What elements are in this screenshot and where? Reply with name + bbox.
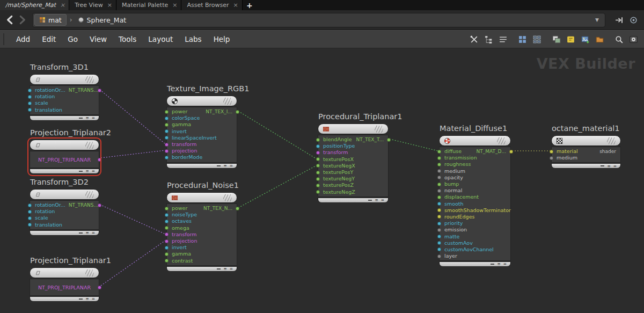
input-port[interactable] [437,189,441,193]
input-port[interactable] [165,259,169,263]
breadcrumb-root[interactable]: mat [34,14,67,26]
new-tab-button[interactable]: + [243,0,257,10]
node-header[interactable] [30,189,99,200]
input-port[interactable] [165,149,169,153]
input-port[interactable] [437,202,441,206]
input-port[interactable] [316,164,320,168]
input-port[interactable] [316,171,320,174]
menu-layout[interactable]: Layout [142,31,179,48]
menu-go[interactable]: Go [62,31,84,48]
node-wire[interactable] [238,165,317,208]
input-port[interactable] [165,246,169,250]
tools-icon[interactable] [469,34,479,45]
breadcrumb-node[interactable]: Sphere_Mat [76,16,129,24]
image-add-icon[interactable] [580,34,590,45]
menu-view[interactable]: View [84,31,113,48]
input-port[interactable] [165,213,169,217]
menu-tools[interactable]: Tools [113,31,142,48]
input-port[interactable] [28,223,32,227]
input-port[interactable] [165,156,169,159]
input-port[interactable] [437,241,441,245]
output-port[interactable] [98,203,101,207]
node-wire[interactable] [390,139,438,151]
node-procedural-triplanar1[interactable]: Procedural_Triplanar1blendAngleNT_TEX_T.… [318,123,389,203]
output-port[interactable] [236,110,239,114]
node-header[interactable] [30,140,99,150]
input-port[interactable] [165,117,169,120]
output-port[interactable] [509,150,513,154]
output-port[interactable] [98,158,101,162]
input-port[interactable] [28,95,32,99]
input-port[interactable] [165,226,169,230]
node-header[interactable] [166,96,237,106]
input-port[interactable] [437,222,441,225]
tree-view-icon[interactable] [483,34,494,45]
node-wire[interactable] [100,205,165,234]
output-port[interactable] [98,286,101,289]
input-port[interactable] [437,150,441,154]
follow-selection-icon[interactable] [627,14,640,26]
input-port[interactable] [165,220,169,223]
layout-windows-icon[interactable] [551,34,561,45]
input-port[interactable] [316,184,320,187]
path-field[interactable]: mat › Sphere_Mat ▼ [32,13,605,27]
menu-add[interactable]: Add [10,31,36,48]
pin-path-icon[interactable] [613,14,625,26]
toolbar-grip[interactable] [3,33,6,45]
input-port[interactable] [437,176,441,179]
grid-icon[interactable] [517,34,528,45]
output-port[interactable] [387,138,391,142]
input-port[interactable] [316,144,320,148]
input-port[interactable] [28,203,32,207]
input-port[interactable] [165,136,169,140]
node-header[interactable] [318,123,389,134]
input-port[interactable] [165,110,169,114]
search-icon[interactable] [613,34,624,45]
input-port[interactable] [316,190,320,194]
input-port[interactable] [437,163,441,166]
input-port[interactable] [437,195,441,199]
input-port[interactable] [165,123,169,127]
input-port[interactable] [165,232,169,236]
input-port[interactable] [28,89,32,92]
node-wire[interactable] [101,150,165,158]
node-octane-material1[interactable]: octane_material1materialshadermedium≡= [551,135,621,169]
node-header[interactable] [30,74,99,85]
input-port[interactable] [437,254,441,258]
node-transform-3d1[interactable]: Transform_3D1rotationOr...NT_TRANS...rot… [30,74,99,121]
tab-close-icon[interactable]: × [233,2,238,9]
input-port[interactable] [316,157,320,161]
node-wire[interactable] [238,111,317,159]
node-header[interactable] [439,135,511,146]
tab-close-icon[interactable]: × [172,2,177,9]
node-texture-image-rgb1[interactable]: Texture_Image_RGB1powerNT_TEX_I...colorS… [166,96,237,169]
menu-help[interactable]: Help [208,31,236,48]
input-port[interactable] [28,210,32,214]
input-port[interactable] [165,129,169,133]
viewer-icon[interactable] [628,34,639,45]
output-port[interactable] [236,207,239,210]
menu-edit[interactable]: Edit [36,31,62,48]
input-port[interactable] [316,138,320,142]
forward-arrow-icon[interactable] [16,14,28,26]
pane-tab[interactable]: /mat/Sphere_Mat× [0,0,69,10]
pane-tab[interactable]: Material Palette× [116,0,182,10]
back-arrow-icon[interactable] [4,14,16,26]
network-canvas[interactable]: VEX Builder Transform_3D1rotationOr...NT… [0,48,644,313]
node-procedural-noise1[interactable]: Procedural_Noise1powerNT_TEX_N...noiseTy… [166,192,237,272]
folder-icon[interactable] [594,34,605,45]
pane-tab[interactable]: Tree View× [69,0,116,10]
menu-labs[interactable]: Labs [179,31,207,48]
node-transform-3d2[interactable]: Transform_3D2rotationOr...NT_TRANS...rot… [30,189,99,236]
node-projection-triplanar1[interactable]: Projection_Triplanar1NT_PROJ_TRIPLANAR≡= [30,267,99,302]
input-port[interactable] [165,239,169,243]
input-port[interactable] [550,150,553,154]
list-view-icon[interactable] [497,34,508,45]
input-port[interactable] [437,156,441,160]
input-port[interactable] [437,248,441,251]
input-port[interactable] [437,215,441,219]
input-port[interactable] [550,156,553,160]
notes-icon[interactable] [565,34,576,45]
grid-dots-icon[interactable] [531,34,542,45]
node-header[interactable] [551,135,621,146]
